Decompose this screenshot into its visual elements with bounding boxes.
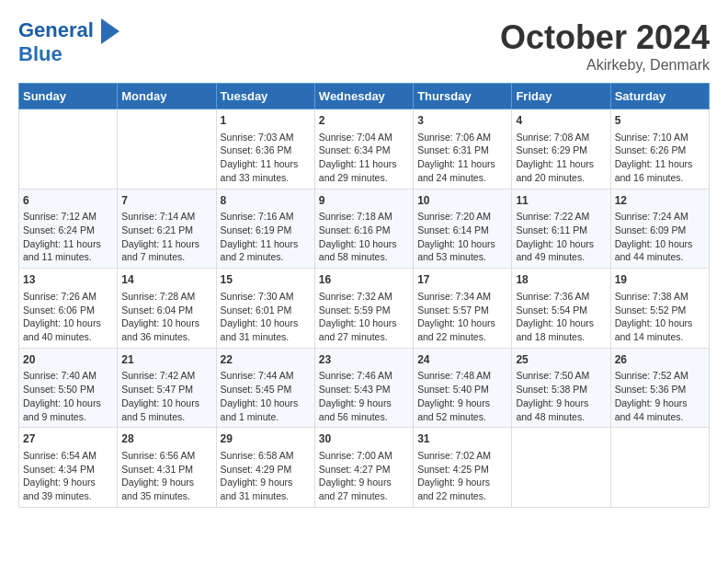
day-info: Sunset: 5:57 PM	[417, 304, 507, 317]
day-info: Sunset: 5:59 PM	[319, 304, 409, 317]
day-info: Sunrise: 7:06 AM	[417, 131, 507, 144]
day-info: Sunrise: 7:34 AM	[417, 290, 507, 304]
day-info: Sunset: 5:43 PM	[319, 383, 409, 396]
day-info: Daylight: 9 hours and 27 minutes.	[319, 476, 409, 502]
day-info: Sunset: 6:14 PM	[417, 224, 507, 237]
day-info: Sunset: 6:34 PM	[319, 144, 409, 157]
day-info: Sunset: 4:34 PM	[23, 463, 113, 477]
day-number: 26	[615, 352, 705, 368]
week-row: 20Sunrise: 7:40 AMSunset: 5:50 PMDayligh…	[19, 348, 710, 428]
day-number: 31	[417, 431, 507, 447]
day-info: Sunrise: 7:12 AM	[23, 210, 113, 224]
day-number: 8	[221, 193, 311, 209]
day-info: Sunrise: 7:04 AM	[319, 131, 409, 144]
calendar-cell: 2Sunrise: 7:04 AMSunset: 6:34 PMDaylight…	[314, 109, 413, 190]
page-header: General Blue October 2024 Akirkeby, Denm…	[18, 18, 710, 74]
day-info: Daylight: 10 hours and 31 minutes.	[221, 316, 311, 343]
day-info: Daylight: 9 hours and 39 minutes.	[23, 476, 113, 502]
day-number: 15	[221, 272, 311, 288]
calendar-cell: 22Sunrise: 7:44 AMSunset: 5:45 PMDayligh…	[216, 348, 314, 428]
day-info: Sunrise: 7:30 AM	[221, 290, 311, 304]
day-info: Sunrise: 7:10 AM	[615, 131, 705, 144]
day-info: Sunset: 4:31 PM	[121, 463, 211, 477]
calendar-cell: 30Sunrise: 7:00 AMSunset: 4:27 PMDayligh…	[314, 428, 413, 508]
logo: General Blue	[18, 18, 119, 66]
day-info: Sunrise: 7:48 AM	[417, 369, 507, 383]
day-info: Daylight: 10 hours and 1 minute.	[221, 396, 311, 423]
day-info: Sunset: 4:29 PM	[221, 463, 311, 477]
day-info: Daylight: 10 hours and 58 minutes.	[319, 237, 409, 264]
day-info: Sunrise: 7:20 AM	[417, 210, 507, 224]
day-info: Sunrise: 7:46 AM	[319, 369, 409, 383]
calendar-cell	[512, 428, 610, 508]
day-info: Daylight: 10 hours and 18 minutes.	[516, 316, 606, 343]
day-number: 29	[221, 431, 311, 447]
col-header-tuesday: Tuesday	[216, 84, 314, 109]
week-row: 27Sunrise: 6:54 AMSunset: 4:34 PMDayligh…	[19, 428, 710, 508]
calendar-cell: 10Sunrise: 7:20 AMSunset: 6:14 PMDayligh…	[414, 189, 512, 269]
day-info: Sunrise: 7:22 AM	[516, 210, 606, 224]
day-number: 28	[121, 431, 211, 447]
calendar-cell: 7Sunrise: 7:14 AMSunset: 6:21 PMDaylight…	[118, 189, 216, 269]
day-number: 4	[516, 113, 606, 129]
day-number: 11	[516, 193, 606, 209]
day-info: Sunset: 6:06 PM	[23, 304, 113, 317]
calendar-cell: 26Sunrise: 7:52 AMSunset: 5:36 PMDayligh…	[610, 348, 709, 428]
day-info: Sunrise: 7:36 AM	[516, 290, 606, 304]
day-info: Daylight: 9 hours and 22 minutes.	[417, 476, 507, 502]
week-row: 1Sunrise: 7:03 AMSunset: 6:36 PMDaylight…	[19, 109, 710, 190]
calendar-cell: 21Sunrise: 7:42 AMSunset: 5:47 PMDayligh…	[118, 348, 216, 428]
day-number: 22	[221, 352, 311, 368]
col-header-monday: Monday	[118, 84, 216, 109]
calendar-cell: 3Sunrise: 7:06 AMSunset: 6:31 PMDaylight…	[414, 109, 512, 190]
calendar-cell: 24Sunrise: 7:48 AMSunset: 5:40 PMDayligh…	[414, 348, 512, 428]
calendar-cell: 8Sunrise: 7:16 AMSunset: 6:19 PMDaylight…	[216, 189, 314, 269]
calendar-cell: 11Sunrise: 7:22 AMSunset: 6:11 PMDayligh…	[512, 189, 610, 269]
day-number: 1	[221, 113, 311, 129]
day-info: Sunset: 6:16 PM	[319, 224, 409, 237]
calendar-cell: 28Sunrise: 6:56 AMSunset: 4:31 PMDayligh…	[118, 428, 216, 508]
week-row: 13Sunrise: 7:26 AMSunset: 6:06 PMDayligh…	[19, 269, 710, 349]
day-info: Sunset: 6:21 PM	[121, 224, 211, 237]
day-info: Sunrise: 7:28 AM	[121, 290, 211, 304]
day-number: 18	[516, 272, 606, 288]
day-info: Sunset: 6:04 PM	[121, 304, 211, 317]
day-number: 23	[319, 352, 409, 368]
day-number: 2	[319, 113, 409, 129]
day-number: 16	[319, 272, 409, 288]
week-row: 6Sunrise: 7:12 AMSunset: 6:24 PMDaylight…	[19, 189, 710, 269]
day-info: Sunrise: 7:42 AM	[121, 369, 211, 383]
day-info: Daylight: 10 hours and 14 minutes.	[615, 316, 705, 343]
day-info: Daylight: 10 hours and 44 minutes.	[615, 237, 705, 264]
day-info: Sunrise: 7:18 AM	[319, 210, 409, 224]
day-info: Daylight: 10 hours and 9 minutes.	[23, 396, 113, 423]
day-info: Sunset: 5:40 PM	[417, 383, 507, 396]
day-number: 10	[417, 193, 507, 209]
day-info: Daylight: 11 hours and 16 minutes.	[615, 157, 705, 184]
day-info: Daylight: 10 hours and 49 minutes.	[516, 237, 606, 264]
day-info: Sunrise: 6:54 AM	[23, 449, 113, 463]
calendar-cell	[118, 109, 216, 190]
day-info: Daylight: 11 hours and 33 minutes.	[221, 157, 311, 184]
day-info: Sunset: 5:54 PM	[516, 304, 606, 317]
day-number: 7	[121, 193, 211, 209]
col-header-friday: Friday	[512, 84, 610, 109]
day-number: 30	[319, 431, 409, 447]
day-number: 12	[615, 193, 705, 209]
day-info: Sunset: 5:45 PM	[221, 383, 311, 396]
calendar-cell: 13Sunrise: 7:26 AMSunset: 6:06 PMDayligh…	[19, 269, 118, 349]
day-info: Daylight: 9 hours and 31 minutes.	[221, 476, 311, 502]
day-info: Sunset: 6:19 PM	[221, 224, 311, 237]
day-info: Daylight: 10 hours and 5 minutes.	[121, 396, 211, 423]
day-info: Sunrise: 7:16 AM	[221, 210, 311, 224]
col-header-wednesday: Wednesday	[314, 84, 413, 109]
day-number: 3	[417, 113, 507, 129]
day-info: Sunset: 5:38 PM	[516, 383, 606, 396]
calendar-cell: 25Sunrise: 7:50 AMSunset: 5:38 PMDayligh…	[512, 348, 610, 428]
calendar-cell: 1Sunrise: 7:03 AMSunset: 6:36 PMDaylight…	[216, 109, 314, 190]
calendar-cell: 31Sunrise: 7:02 AMSunset: 4:25 PMDayligh…	[414, 428, 512, 508]
day-info: Sunrise: 6:58 AM	[221, 449, 311, 463]
day-info: Sunset: 5:50 PM	[23, 383, 113, 396]
day-number: 21	[121, 352, 211, 368]
day-number: 6	[23, 193, 113, 209]
